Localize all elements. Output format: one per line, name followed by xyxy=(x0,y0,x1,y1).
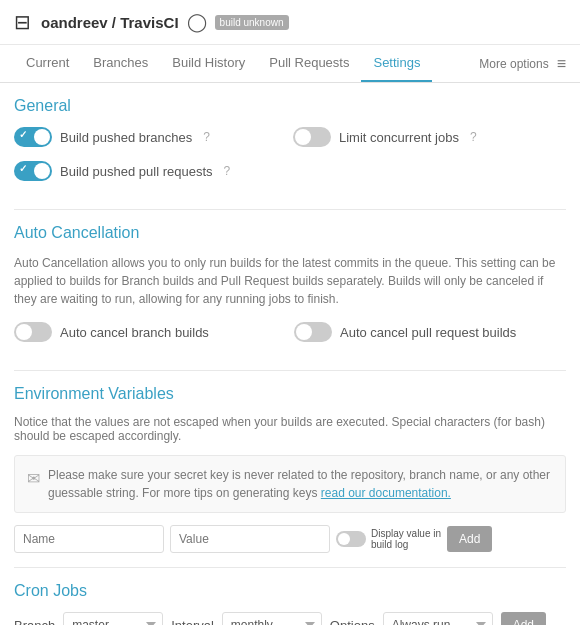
tab-pull-requests[interactable]: Pull Requests xyxy=(257,45,361,82)
auto-cancel-pr-label: Auto cancel pull request builds xyxy=(340,325,516,340)
info-icon: ✉ xyxy=(27,467,40,491)
auto-cancel-branch-row: Auto cancel branch builds xyxy=(14,322,286,342)
branch-select[interactable]: master develop main xyxy=(63,612,163,625)
build-pushed-pr-row: Build pushed pull requests ? xyxy=(14,161,287,181)
github-icon: ◯ xyxy=(187,11,207,33)
options-label: Options xyxy=(330,618,375,626)
env-input-row: Display value in build log Add xyxy=(14,525,566,553)
env-vars-section: Environment Variables Notice that the va… xyxy=(14,385,566,553)
auto-cancellation-toggles: Auto cancel branch builds Auto cancel pu… xyxy=(14,322,566,350)
divider-1 xyxy=(14,209,566,210)
toggle-knob-3 xyxy=(295,129,311,145)
help-icon-3[interactable]: ? xyxy=(470,130,477,144)
interval-label: Interval xyxy=(171,618,214,626)
auto-cancellation-title: Auto Cancellation xyxy=(14,224,566,242)
toggle-knob-ac1 xyxy=(16,324,32,340)
content: General Build pushed branches ? Limit co… xyxy=(0,83,580,625)
tab-branches[interactable]: Branches xyxy=(81,45,160,82)
env-vars-title: Environment Variables xyxy=(14,385,566,403)
nav: Current Branches Build History Pull Requ… xyxy=(0,45,580,83)
build-badge: build unknown xyxy=(215,15,289,30)
auto-cancel-branch-toggle[interactable] xyxy=(14,322,52,342)
limit-concurrent-label: Limit concurrent jobs xyxy=(339,130,459,145)
toggle-knob xyxy=(34,129,50,145)
cron-jobs-section: Cron Jobs Branch master develop main Int… xyxy=(14,582,566,625)
build-pushed-pr-label: Build pushed pull requests xyxy=(60,164,213,179)
limit-concurrent-toggle[interactable] xyxy=(293,127,331,147)
build-pushed-pr-toggle[interactable] xyxy=(14,161,52,181)
env-add-button[interactable]: Add xyxy=(447,526,492,552)
divider-2 xyxy=(14,370,566,371)
display-value-label: Display value in build log xyxy=(371,528,441,550)
tab-settings[interactable]: Settings xyxy=(361,45,432,82)
header: ⊟ oandreev / TravisCI ◯ build unknown xyxy=(0,0,580,45)
env-value-input[interactable] xyxy=(170,525,330,553)
help-icon-2[interactable]: ? xyxy=(224,164,231,178)
divider-3 xyxy=(14,567,566,568)
display-value-toggle[interactable] xyxy=(336,531,366,547)
toggle-knob-ac2 xyxy=(296,324,312,340)
cron-jobs-title: Cron Jobs xyxy=(14,582,566,600)
general-title: General xyxy=(14,97,566,115)
cron-row: Branch master develop main Interval dail… xyxy=(14,612,566,625)
auto-cancel-pr-row: Auto cancel pull request builds xyxy=(294,322,566,342)
env-docs-link[interactable]: read our documentation. xyxy=(321,486,451,500)
tab-build-history[interactable]: Build History xyxy=(160,45,257,82)
display-value-knob xyxy=(338,533,350,545)
env-info-text: Please make sure your secret key is neve… xyxy=(48,466,553,502)
build-pushed-branches-label: Build pushed branches xyxy=(60,130,192,145)
build-pushed-branches-row: Build pushed branches ? xyxy=(14,127,287,147)
general-toggles: Build pushed branches ? Limit concurrent… xyxy=(14,127,566,189)
toggle-knob-2 xyxy=(34,163,50,179)
nav-items: Current Branches Build History Pull Requ… xyxy=(14,45,479,82)
more-options-link[interactable]: More options xyxy=(479,57,548,71)
auto-cancellation-section: Auto Cancellation Auto Cancellation allo… xyxy=(14,224,566,350)
hamburger-icon[interactable]: ≡ xyxy=(557,55,566,73)
cron-add-button[interactable]: Add xyxy=(501,612,546,625)
env-info-box: ✉ Please make sure your secret key is ne… xyxy=(14,455,566,513)
limit-concurrent-row: Limit concurrent jobs ? xyxy=(293,127,566,147)
auto-cancellation-desc: Auto Cancellation allows you to only run… xyxy=(14,254,566,308)
logo-icon: ⊟ xyxy=(14,10,31,34)
general-section: General Build pushed branches ? Limit co… xyxy=(14,97,566,189)
nav-right: More options ≡ xyxy=(479,55,566,73)
display-toggle-group: Display value in build log xyxy=(336,528,441,550)
repo-title: oandreev / TravisCI xyxy=(41,14,179,31)
options-select[interactable]: Always run Don't run if recent build exi… xyxy=(383,612,493,625)
tab-current[interactable]: Current xyxy=(14,45,81,82)
interval-select[interactable]: daily weekly monthly xyxy=(222,612,322,625)
env-name-input[interactable] xyxy=(14,525,164,553)
env-notice: Notice that the values are not escaped w… xyxy=(14,415,566,443)
auto-cancel-pr-toggle[interactable] xyxy=(294,322,332,342)
help-icon-1[interactable]: ? xyxy=(203,130,210,144)
build-pushed-branches-toggle[interactable] xyxy=(14,127,52,147)
branch-label: Branch xyxy=(14,618,55,626)
auto-cancel-branch-label: Auto cancel branch builds xyxy=(60,325,209,340)
